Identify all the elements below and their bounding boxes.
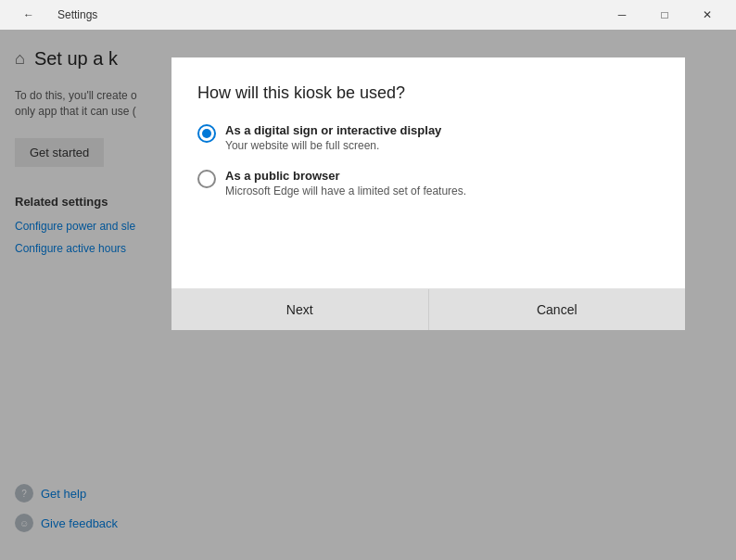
radio-option-digital-sign[interactable]: As a digital sign or interactive display… <box>197 123 659 152</box>
radio-option-public-browser[interactable]: As a public browser Microsoft Edge will … <box>197 169 659 197</box>
next-button[interactable]: Next <box>171 289 428 330</box>
radio-digital-sign-sublabel: Your website will be full screen. <box>225 139 441 152</box>
radio-public-browser-sublabel: Microsoft Edge will have a limited set o… <box>225 185 466 197</box>
minimize-button[interactable]: ─ <box>601 0 643 30</box>
window-controls: ─ □ ✕ <box>601 0 729 30</box>
dialog-footer: Next Cancel <box>171 288 685 330</box>
dialog-title: How will this kiosk be used? <box>197 83 659 103</box>
radio-public-browser-label: As a public browser <box>225 169 466 183</box>
app-title: Settings <box>57 8 97 21</box>
maximize-button[interactable]: □ <box>643 0 686 30</box>
dialog: How will this kiosk be used? As a digita… <box>171 57 685 330</box>
dialog-spacer <box>197 214 659 288</box>
back-button[interactable]: ← <box>7 0 50 30</box>
cancel-button[interactable]: Cancel <box>428 289 686 330</box>
radio-digital-sign-label: As a digital sign or interactive display <box>225 123 441 137</box>
radio-public-browser[interactable] <box>197 170 216 188</box>
content-area: ⌂ Set up a k To do this, you'll create o… <box>0 30 736 560</box>
close-button[interactable]: ✕ <box>686 0 729 30</box>
radio-digital-sign[interactable] <box>197 124 216 143</box>
title-bar: ← Settings ─ □ ✕ <box>0 0 736 30</box>
